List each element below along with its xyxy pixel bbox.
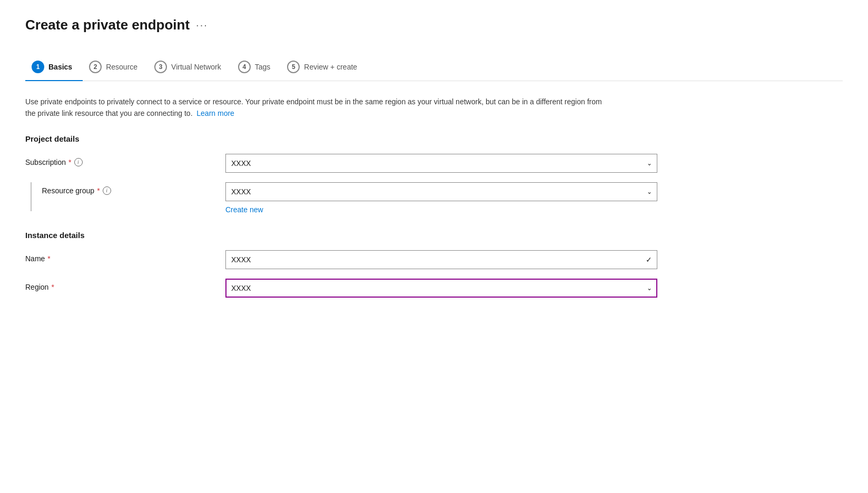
resource-group-info-icon[interactable]: i — [103, 186, 111, 195]
tab-basics-number: 1 — [32, 61, 44, 73]
resource-group-label: Resource group * i — [42, 186, 111, 195]
tab-virtual-network-number: 3 — [154, 61, 167, 73]
tab-resource-label: Resource — [106, 63, 137, 71]
region-required: * — [51, 283, 54, 291]
tab-virtual-network[interactable]: 3 Virtual Network — [148, 54, 232, 81]
name-control: XXXX ✓ — [225, 250, 657, 269]
instance-details-heading: Instance details — [25, 231, 843, 240]
tab-tags[interactable]: 4 Tags — [232, 54, 281, 81]
subscription-select-wrapper: XXXX ⌄ — [225, 154, 657, 173]
project-details-section: Project details Subscription * i XXXX ⌄ — [25, 134, 843, 214]
name-select-wrapper: XXXX ✓ — [225, 250, 657, 269]
project-details-heading: Project details — [25, 134, 843, 143]
subscription-row: Subscription * i XXXX ⌄ — [25, 154, 657, 173]
resource-group-required: * — [97, 186, 100, 195]
tab-tags-label: Tags — [255, 63, 271, 71]
wizard-tabs: 1 Basics 2 Resource 3 Virtual Network 4 … — [25, 54, 843, 81]
tab-basics[interactable]: 1 Basics — [25, 54, 83, 81]
tab-virtual-network-label: Virtual Network — [171, 63, 221, 71]
resource-group-control: XXXX ⌄ Create new — [225, 182, 657, 214]
resource-group-row: Resource group * i XXXX ⌄ Create new — [25, 182, 657, 214]
region-select-wrapper: XXXX ⌄ — [225, 279, 657, 298]
tab-basics-label: Basics — [48, 63, 72, 71]
tab-resource-number: 2 — [89, 61, 102, 73]
subscription-info-icon[interactable]: i — [74, 158, 83, 166]
subscription-label: Subscription * i — [25, 158, 225, 166]
page-title: Create a private endpoint — [25, 17, 190, 33]
subscription-select[interactable]: XXXX — [225, 154, 657, 173]
page-header: Create a private endpoint ··· — [25, 17, 843, 33]
name-select[interactable]: XXXX — [225, 250, 657, 269]
tab-tags-number: 4 — [238, 61, 251, 73]
name-label: Name * — [25, 254, 225, 263]
tab-resource[interactable]: 2 Resource — [83, 54, 148, 81]
subscription-required: * — [68, 158, 71, 166]
resource-group-select[interactable]: XXXX — [225, 182, 657, 201]
subscription-control: XXXX ⌄ — [225, 154, 657, 173]
description-text: Use private endpoints to privately conne… — [25, 96, 605, 120]
create-new-link[interactable]: Create new — [225, 205, 657, 214]
name-required: * — [47, 254, 50, 263]
tab-review-create-number: 5 — [287, 61, 300, 73]
instance-details-section: Instance details Name * XXXX ✓ Region * — [25, 231, 843, 298]
page-title-more-icon[interactable]: ··· — [196, 19, 208, 31]
learn-more-link[interactable]: Learn more — [196, 109, 234, 117]
indent-line — [31, 182, 32, 211]
region-label: Region * — [25, 283, 225, 291]
region-select[interactable]: XXXX — [225, 279, 657, 298]
region-row: Region * XXXX ⌄ — [25, 279, 657, 298]
tab-review-create[interactable]: 5 Review + create — [281, 54, 368, 81]
resource-group-select-wrapper: XXXX ⌄ — [225, 182, 657, 201]
tab-review-create-label: Review + create — [304, 63, 357, 71]
name-row: Name * XXXX ✓ — [25, 250, 657, 269]
region-control: XXXX ⌄ — [225, 279, 657, 298]
